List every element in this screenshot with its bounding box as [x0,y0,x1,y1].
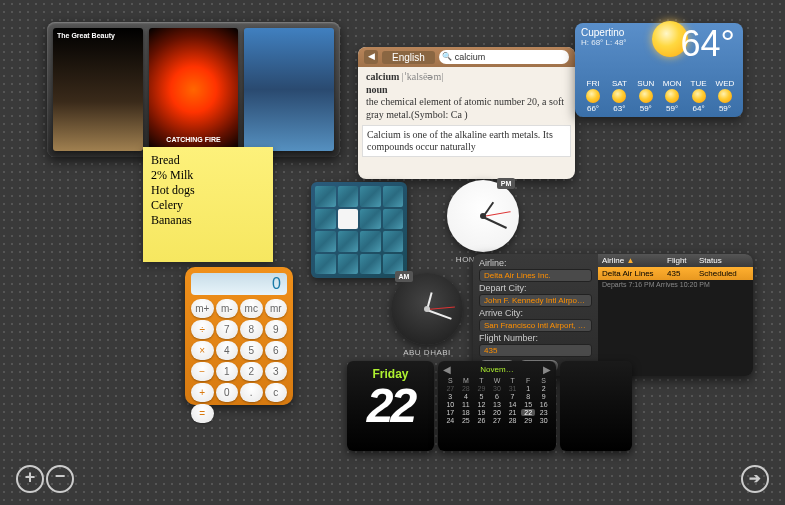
puzzle-tile[interactable] [360,186,381,207]
calendar-cell[interactable]: 8 [521,393,536,400]
calendar-cell[interactable]: 14 [505,401,520,408]
calc-key-3[interactable]: 3 [265,362,288,381]
calendar-cell[interactable]: 16 [536,401,551,408]
calendar-month-widget[interactable]: ◀ Novem… ▶ SMTWTFS2728293031123456789101… [438,361,556,451]
calendar-cell[interactable]: 4 [459,393,474,400]
calendar-cell[interactable]: 23 [536,409,551,416]
language-dropdown[interactable]: English [382,51,435,64]
calendar-cell[interactable]: 31 [505,385,520,392]
calendar-cell[interactable]: 7 [505,393,520,400]
puzzle-tile[interactable] [338,231,359,252]
calendar-cell[interactable]: 10 [443,401,458,408]
calendar-cell[interactable]: 20 [490,409,505,416]
calc-key-0[interactable]: 0 [216,383,239,402]
calendar-cell[interactable]: 11 [459,401,474,408]
col-flight[interactable]: Flight [667,256,699,265]
world-clock-hongkong[interactable]: PM HONG KONG [438,180,528,264]
calendar-extra-panel[interactable] [560,361,632,451]
calendar-cell[interactable]: 21 [505,409,520,416]
calculator-widget[interactable]: 0 m+m-mcmr÷789×456−123+0.c= [185,267,293,405]
calendar-day-widget[interactable]: Friday 22 [347,361,434,451]
puzzle-tile[interactable] [338,209,359,230]
puzzle-tile[interactable] [338,254,359,275]
calc-key-−[interactable]: − [191,362,214,381]
calendar-cell[interactable]: 1 [521,385,536,392]
puzzle-tile[interactable] [360,254,381,275]
calendar-cell[interactable]: 24 [443,417,458,424]
calendar-cell[interactable]: 15 [521,401,536,408]
add-widget-button[interactable]: + [16,465,44,493]
calc-key-mr[interactable]: mr [265,299,288,318]
calendar-cell[interactable]: 28 [459,385,474,392]
movie-poster[interactable]: CATCHING FIRE [149,28,239,151]
col-status[interactable]: Status [699,256,749,265]
calendar-cell[interactable]: 27 [490,417,505,424]
calc-key-mc[interactable]: mc [240,299,263,318]
flightnum-input[interactable]: 435 [479,344,592,357]
remove-widget-button[interactable]: − [46,465,74,493]
calc-key-9[interactable]: 9 [265,320,288,339]
calendar-cell[interactable]: 6 [490,393,505,400]
calendar-cell[interactable]: 2 [536,385,551,392]
puzzle-tile[interactable] [383,209,404,230]
puzzle-tile[interactable] [315,186,336,207]
results-header[interactable]: Airline ▲ Flight Status [598,254,753,267]
calc-key-c[interactable]: c [265,383,288,402]
calendar-cell[interactable]: 3 [443,393,458,400]
calendar-cell[interactable]: 13 [490,401,505,408]
calc-key-2[interactable]: 2 [240,362,263,381]
next-month-button[interactable]: ▶ [543,364,551,375]
calendar-cell[interactable]: 19 [474,409,489,416]
calendar-cell[interactable]: 22 [521,409,536,416]
movie-poster[interactable] [244,28,334,151]
movies-widget[interactable]: The Great Beauty CATCHING FIRE [47,22,340,157]
calendar-cell[interactable]: 25 [459,417,474,424]
airline-dropdown[interactable]: Delta Air Lines Inc. [479,269,592,282]
back-button[interactable]: ◀ [364,50,378,64]
tile-puzzle-widget[interactable] [311,182,407,278]
return-button[interactable]: ➔ [741,465,769,493]
result-row[interactable]: Delta Air Lines 435 Scheduled [598,267,753,280]
calc-key-.[interactable]: . [240,383,263,402]
puzzle-tile[interactable] [383,231,404,252]
puzzle-tile[interactable] [383,186,404,207]
calc-key-8[interactable]: 8 [240,320,263,339]
calendar-cell[interactable]: 30 [490,385,505,392]
dictionary-widget[interactable]: ◀ English calcium calcium |ˈkalsēəm| nou… [358,47,575,179]
calendar-cell[interactable]: 17 [443,409,458,416]
puzzle-tile[interactable] [315,254,336,275]
movie-poster[interactable]: The Great Beauty [53,28,143,151]
calendar-cell[interactable]: 28 [505,417,520,424]
calendar-cell[interactable]: 26 [474,417,489,424]
calendar-cell[interactable]: 5 [474,393,489,400]
calendar-cell[interactable]: 12 [474,401,489,408]
calc-key-1[interactable]: 1 [216,362,239,381]
calc-key-7[interactable]: 7 [216,320,239,339]
calendar-cell[interactable]: 29 [474,385,489,392]
world-clock-abudhabi[interactable]: AM ABU DHABI [382,273,472,357]
depart-dropdown[interactable]: John F. Kennedy Intl Airport, I [479,294,592,307]
flight-tracker-widget[interactable]: Airline:Delta Air Lines Inc. Depart City… [473,254,753,376]
calendar-cell[interactable]: 27 [443,385,458,392]
arrive-dropdown[interactable]: San Francisco Intl Airport, Sa [479,319,592,332]
calc-key-5[interactable]: 5 [240,341,263,360]
puzzle-tile[interactable] [315,231,336,252]
puzzle-tile[interactable] [338,186,359,207]
calc-key-6[interactable]: 6 [265,341,288,360]
calendar-cell[interactable]: 30 [536,417,551,424]
puzzle-tile[interactable] [315,209,336,230]
calendar-cell[interactable]: 18 [459,409,474,416]
puzzle-tile[interactable] [360,231,381,252]
sticky-note-widget[interactable]: Bread 2% Milk Hot dogs Celery Bananas [143,147,273,262]
calc-key-4[interactable]: 4 [216,341,239,360]
calc-key-m+[interactable]: m+ [191,299,214,318]
search-input[interactable]: calcium [439,50,569,64]
calc-key-m-[interactable]: m- [216,299,239,318]
puzzle-tile[interactable] [360,209,381,230]
col-airline[interactable]: Airline ▲ [602,256,667,265]
calendar-cell[interactable]: 29 [521,417,536,424]
calc-key-+[interactable]: + [191,383,214,402]
calendar-cell[interactable]: 9 [536,393,551,400]
weather-widget[interactable]: Cupertino H: 68° L: 48° 64° FRI66°SAT63°… [575,23,743,117]
calc-key-×[interactable]: × [191,341,214,360]
